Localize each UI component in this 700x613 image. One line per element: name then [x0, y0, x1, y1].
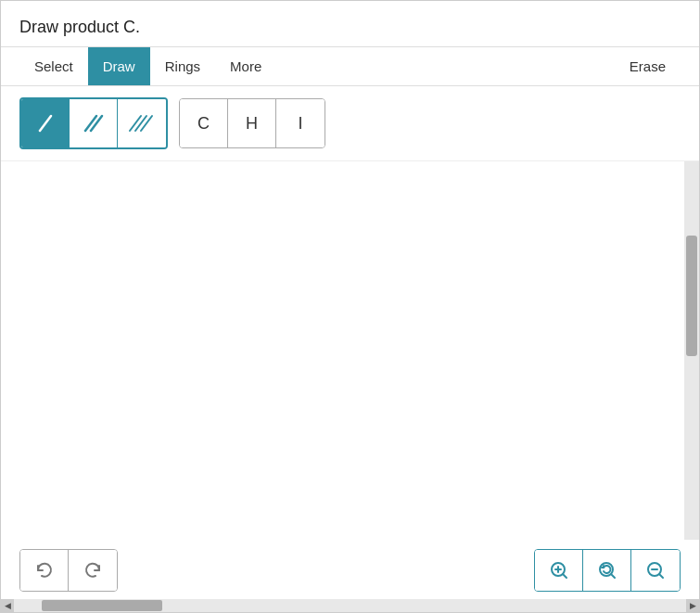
double-stroke-icon	[81, 110, 107, 136]
zoom-reset-icon	[596, 559, 618, 581]
zoom-in-icon	[548, 559, 570, 581]
redo-icon	[83, 560, 103, 581]
zoom-out-button[interactable]	[631, 550, 680, 591]
svg-line-9	[563, 574, 566, 578]
scroll-thumb-h[interactable]	[42, 600, 162, 611]
tab-more[interactable]: More	[215, 47, 276, 85]
scrollbar-thumb[interactable]	[686, 236, 697, 356]
zoom-out-icon	[644, 559, 667, 581]
h-scrollbar[interactable]: ◀ ▶	[1, 599, 699, 612]
app-window: Draw product C. Select Draw Rings More E…	[0, 0, 700, 613]
svg-line-3	[130, 116, 141, 131]
svg-line-11	[611, 574, 615, 578]
letter-c-button[interactable]: C	[180, 99, 228, 147]
erase-button[interactable]: Erase	[615, 47, 681, 85]
undo-icon	[34, 560, 55, 581]
svg-line-1	[85, 116, 96, 131]
redo-button[interactable]	[69, 550, 117, 591]
tab-select[interactable]: Select	[19, 47, 88, 85]
tab-draw[interactable]: Draw	[88, 47, 150, 85]
triple-stroke-icon	[129, 110, 155, 136]
single-stroke-icon	[32, 110, 58, 136]
sub-toolbar: C H I	[1, 86, 699, 161]
svg-line-5	[141, 116, 152, 131]
letter-group: C H I	[179, 98, 325, 148]
scroll-left-arrow[interactable]: ◀	[1, 599, 14, 612]
scroll-right-arrow[interactable]: ▶	[686, 599, 699, 612]
zoom-reset-button[interactable]	[583, 550, 631, 591]
scrollbar-right[interactable]	[684, 161, 699, 540]
svg-line-4	[135, 116, 146, 131]
svg-line-0	[40, 116, 51, 131]
zoom-in-button[interactable]	[535, 550, 583, 591]
tab-rings[interactable]: Rings	[150, 47, 215, 85]
undo-redo-group	[19, 549, 118, 592]
stroke-triple-button[interactable]	[118, 99, 166, 147]
svg-line-2	[91, 116, 102, 131]
zoom-group	[534, 549, 681, 592]
letter-i-button[interactable]: I	[276, 99, 325, 147]
undo-button[interactable]	[20, 550, 69, 591]
canvas-area[interactable]	[1, 161, 699, 540]
bottom-controls	[1, 540, 699, 592]
stroke-single-button[interactable]	[21, 99, 70, 147]
scroll-track-h[interactable]	[14, 599, 686, 612]
letter-h-button[interactable]: H	[228, 99, 276, 147]
svg-line-14	[659, 574, 663, 578]
stroke-double-button[interactable]	[70, 99, 118, 147]
main-toolbar: Select Draw Rings More Erase	[1, 46, 699, 86]
stroke-group	[19, 97, 168, 149]
page-title: Draw product C.	[1, 1, 699, 46]
